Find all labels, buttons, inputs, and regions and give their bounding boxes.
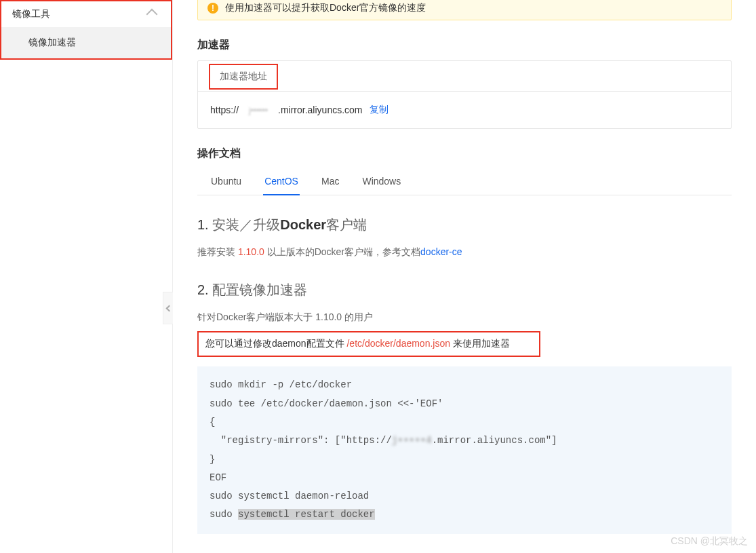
sidebar-group-highlight: 镜像工具 镜像加速器: [0, 0, 172, 60]
main-content: ! 使用加速器可以提升获取Docker官方镜像的速度 加速器 加速器地址 htt…: [173, 0, 756, 553]
sidebar-item-label: 镜像加速器: [28, 37, 76, 47]
docker-ce-link[interactable]: docker-ce: [420, 246, 462, 257]
section-title-docs: 操作文档: [197, 147, 732, 161]
copy-link[interactable]: 复制: [370, 104, 389, 116]
step1-paragraph: 推荐安装 1.10.0 以上版本的Docker客户端，参考文档docker-ce: [197, 244, 732, 261]
tab-centos[interactable]: CentOS: [263, 169, 300, 195]
version-text: 1.10.0: [238, 246, 264, 257]
card-header-highlight: 加速器地址: [209, 64, 278, 90]
selected-text: systemctl restart docker: [238, 509, 375, 520]
notice-banner: ! 使用加速器可以提升获取Docker官方镜像的速度: [197, 0, 732, 20]
config-path: /etc/docker/daemon.json: [346, 338, 450, 349]
chevron-left-icon: [166, 305, 173, 311]
sidebar-collapse-handle[interactable]: [163, 292, 173, 324]
masked-text: j•••••4: [392, 432, 432, 450]
chevron-up-icon: [146, 9, 158, 20]
notice-text: 使用加速器可以提升获取Docker官方镜像的速度: [225, 2, 426, 14]
masked-text: j••••••: [239, 106, 278, 115]
card-body: https://j••••••.mirror.aliyuncs.com 复制: [198, 92, 731, 128]
sidebar-group-header[interactable]: 镜像工具: [1, 1, 171, 27]
sidebar-item-accelerator[interactable]: 镜像加速器: [1, 27, 171, 58]
section-title-accelerator: 加速器: [197, 38, 732, 52]
accelerator-card: 加速器地址 https://j••••••.mirror.aliyuncs.co…: [197, 60, 732, 129]
sidebar: 镜像工具 镜像加速器: [0, 0, 173, 553]
tab-mac[interactable]: Mac: [320, 169, 340, 195]
os-tabs: Ubuntu CentOS Mac Windows: [197, 169, 732, 195]
step2-paragraph-1: 针对Docker客户端版本大于 1.10.0 的用户: [197, 309, 732, 326]
step2-heading: 2. 配置镜像加速器: [197, 281, 732, 299]
step1-heading: 1. 安装／升级Docker客户端: [197, 216, 732, 234]
warning-icon: !: [207, 3, 218, 14]
accelerator-address: https://j••••••.mirror.aliyuncs.com: [210, 104, 363, 115]
sidebar-group-title: 镜像工具: [12, 8, 50, 20]
tab-ubuntu[interactable]: Ubuntu: [210, 169, 243, 195]
tab-windows[interactable]: Windows: [361, 169, 402, 195]
config-highlight-box: 您可以通过修改daemon配置文件 /etc/docker/daemon.jso…: [197, 331, 540, 357]
code-block[interactable]: sudo mkdir -p /etc/docker sudo tee /etc/…: [197, 366, 732, 533]
card-header: 加速器地址: [198, 61, 731, 92]
